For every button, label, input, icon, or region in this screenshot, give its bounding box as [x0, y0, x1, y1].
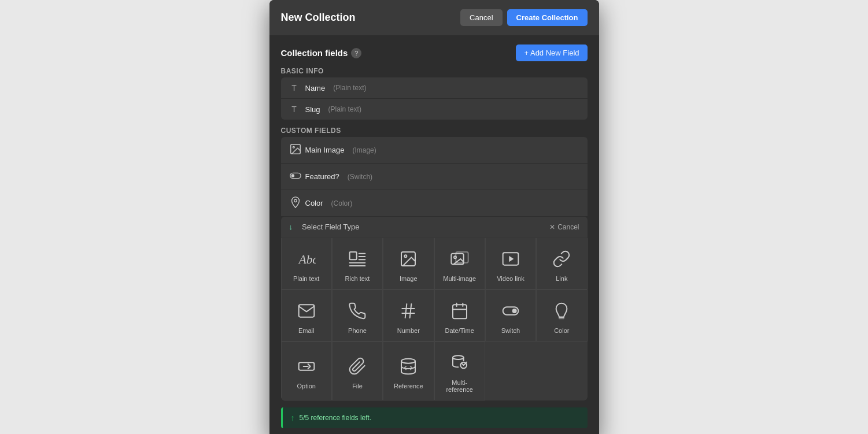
link-label: Link	[556, 275, 567, 282]
field-type-number[interactable]: Number	[383, 290, 434, 342]
svg-point-4	[294, 199, 297, 202]
svg-rect-6	[350, 252, 357, 259]
field-type-file[interactable]: File	[332, 342, 383, 400]
field-row[interactable]: Main Image (Image)	[281, 137, 588, 164]
video-link-icon	[499, 247, 522, 270]
file-label: File	[352, 383, 363, 390]
field-type: (Color)	[331, 199, 353, 207]
svg-rect-19	[298, 305, 314, 317]
color-icon	[550, 299, 573, 322]
field-type-reference[interactable]: Reference	[383, 342, 434, 400]
section-title-row: Collection fields ?	[281, 48, 362, 58]
create-collection-button[interactable]: Create Collection	[507, 9, 588, 26]
multi-reference-label: Multi-reference	[439, 379, 480, 393]
file-icon	[346, 355, 369, 378]
plain-text-label: Plain text	[293, 275, 319, 282]
number-icon	[397, 299, 420, 322]
select-cancel-label: Cancel	[557, 223, 579, 231]
field-type-option[interactable]: Option	[281, 342, 332, 400]
new-collection-modal: New Collection Cancel Create Collection …	[269, 0, 599, 434]
link-icon	[550, 247, 573, 270]
reference-icon	[397, 355, 420, 378]
custom-fields-label: Custom fields	[281, 127, 588, 135]
field-type: (Plain text)	[333, 84, 366, 92]
color-label: Color	[554, 327, 569, 334]
field-type-switch[interactable]: Switch	[485, 290, 536, 342]
rich-text-icon	[346, 247, 369, 270]
switch-label: Switch	[501, 327, 520, 334]
field-name: Name	[305, 84, 326, 92]
email-icon	[295, 299, 318, 322]
modal-header: New Collection Cancel Create Collection	[269, 0, 599, 35]
field-type-link[interactable]: Link	[536, 238, 587, 290]
svg-marker-18	[509, 256, 514, 262]
svg-point-16	[454, 256, 456, 258]
field-type: (Switch)	[348, 173, 372, 181]
field-type-datetime[interactable]: Date/Time	[434, 290, 485, 342]
field-name: Slug	[305, 105, 320, 114]
add-new-field-button[interactable]: + Add New Field	[516, 44, 587, 61]
field-type-email[interactable]: Email	[281, 290, 332, 342]
collection-fields-title: Collection fields	[281, 48, 348, 58]
reference-notice: ↑ 5/5 reference fields left.	[281, 407, 588, 428]
option-icon	[295, 355, 318, 378]
email-label: Email	[298, 327, 315, 334]
field-type-multi-image[interactable]: Multi-image	[434, 238, 485, 290]
field-type-color[interactable]: Color	[536, 290, 587, 342]
cancel-button[interactable]: Cancel	[460, 9, 502, 26]
svg-text:Abc: Abc	[297, 253, 315, 266]
plain-text-icon: Abc	[295, 247, 318, 270]
multi-reference-icon	[448, 351, 471, 374]
svg-point-3	[291, 174, 294, 177]
field-row[interactable]: Featured? (Switch)	[281, 164, 588, 190]
field-name: Featured?	[305, 172, 339, 181]
text-icon: T	[289, 105, 300, 114]
empty-cell	[536, 342, 587, 400]
select-cancel-button[interactable]: ✕ Cancel	[549, 223, 579, 231]
collection-fields-header: Collection fields ? + Add New Field	[281, 35, 588, 67]
field-type-multi-reference[interactable]: Multi-reference	[434, 342, 485, 400]
field-type-image[interactable]: Image	[383, 238, 434, 290]
header-actions: Cancel Create Collection	[460, 9, 587, 26]
image-icon	[289, 143, 300, 157]
field-row[interactable]: T Name (Plain text)	[281, 77, 588, 99]
multi-image-icon	[448, 247, 471, 270]
number-label: Number	[397, 327, 420, 334]
field-type-video-link[interactable]: Video link	[485, 238, 536, 290]
field-type-plain-text[interactable]: Abc Plain text	[281, 238, 332, 290]
help-badge[interactable]: ?	[351, 48, 361, 58]
field-name: Color	[305, 199, 323, 207]
reference-label: Reference	[394, 383, 423, 390]
switch-icon	[289, 169, 300, 184]
basic-info-fields-list: T Name (Plain text) T Slug (Plain text)	[281, 77, 588, 120]
custom-fields-list: Main Image (Image) Featured? (Switch) Co…	[281, 137, 588, 400]
field-type: (Plain text)	[328, 105, 361, 113]
color-icon	[289, 196, 300, 210]
svg-point-13	[405, 255, 407, 257]
empty-cell	[485, 342, 536, 400]
field-type-phone[interactable]: Phone	[332, 290, 383, 342]
svg-point-1	[293, 146, 294, 148]
multi-image-label: Multi-image	[443, 275, 476, 282]
phone-label: Phone	[348, 327, 367, 334]
reference-notice-text: 5/5 reference fields left.	[300, 414, 372, 422]
arrow-up-icon: ↑	[291, 413, 295, 422]
field-name: Main Image	[305, 146, 345, 154]
rich-text-label: Rich text	[345, 275, 370, 282]
field-type-grid: Abc Plain text Rich text	[281, 238, 588, 400]
field-row[interactable]: Color (Color)	[281, 190, 588, 217]
select-field-type-label: Select Field Type	[302, 222, 359, 231]
select-field-icon: ↓	[289, 222, 293, 231]
text-icon: T	[289, 83, 300, 92]
svg-line-22	[405, 304, 407, 318]
field-row[interactable]: T Slug (Plain text)	[281, 99, 588, 120]
image-label: Image	[400, 275, 418, 282]
modal-title: New Collection	[281, 12, 356, 24]
select-field-type-row: ↓ Select Field Type ✕ Cancel	[281, 217, 588, 238]
svg-point-32	[401, 359, 415, 363]
svg-line-23	[410, 304, 412, 318]
switch-icon	[499, 299, 522, 322]
video-link-label: Video link	[497, 275, 525, 282]
field-type-rich-text[interactable]: Rich text	[332, 238, 383, 290]
svg-rect-24	[453, 305, 467, 318]
